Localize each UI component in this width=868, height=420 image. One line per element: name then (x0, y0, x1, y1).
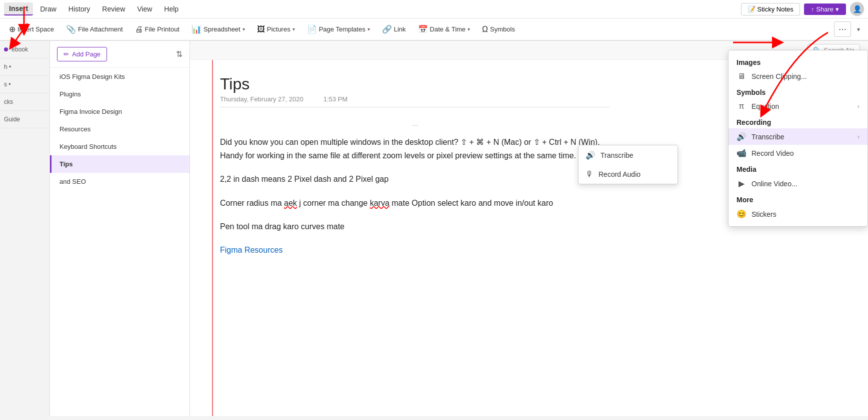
content-inner: Tips Thursday, February 27, 2020 1:53 PM… (190, 60, 640, 282)
sticky-notes-icon: 📝 (748, 5, 756, 13)
page-item-plugins[interactable]: Plugins (50, 85, 190, 103)
menu-item-draw[interactable]: Draw (35, 3, 62, 15)
spreadsheet-button[interactable]: 📊 Spreadsheet ▾ (186, 22, 250, 36)
spreadsheet-chevron-icon: ▾ (242, 26, 245, 32)
insert-space-button[interactable]: ⊕ Insert Space (4, 22, 59, 36)
note-paragraph-3: Corner radius ma aek j corner ma change … (220, 196, 610, 210)
pictures-button[interactable]: 🖼 Pictures ▾ (252, 22, 300, 36)
stickers-icon: 😊 (736, 209, 746, 219)
dropdown-transcribe[interactable]: 🔊 Transcribe › (728, 128, 868, 145)
page-item-tips[interactable]: Tips (50, 155, 190, 173)
page-item-seo[interactable]: and SEO (50, 173, 190, 190)
page-list-header: ✏ Add Page ⇅ (50, 41, 190, 68)
date-time-button[interactable]: 📅 Date & Time ▾ (413, 22, 476, 36)
note-meta: Thursday, February 27, 2020 1:53 PM (220, 95, 610, 107)
sticky-notes-label: Sticky Notes (758, 5, 794, 13)
file-printout-button[interactable]: 🖨 File Printout (130, 22, 184, 36)
symbols-button[interactable]: Ω Symbols (477, 22, 520, 36)
share-button[interactable]: ↑ Share ▾ (804, 3, 846, 15)
sidebar-notebook-label: ebook (12, 46, 28, 53)
page-item-seo-label: and SEO (60, 178, 86, 185)
file-attachment-icon: 📎 (66, 24, 76, 34)
dropdown-record-video[interactable]: 📹 Record Video (728, 145, 868, 161)
sidebar-item-h[interactable]: h • (0, 58, 50, 76)
sidebar-item-cks[interactable]: cks (0, 93, 50, 111)
dropdown-online-video[interactable]: ▶ Online Video... (728, 175, 868, 192)
insert-space-label: Insert Space (18, 25, 54, 33)
red-line-decoration (212, 60, 213, 416)
mini-popup-transcribe[interactable]: 🔊 Transcribe (578, 145, 678, 165)
sidebar-item-notebook[interactable]: ebook (0, 41, 50, 58)
add-page-button[interactable]: ✏ Add Page (57, 47, 107, 61)
dropdown-stickers[interactable]: 😊 Stickers (728, 206, 868, 222)
menu-item-help[interactable]: Help (159, 3, 184, 15)
spreadsheet-label: Spreadsheet (204, 25, 240, 33)
sidebar-cks-label: cks (4, 98, 13, 105)
figma-resources-link[interactable]: Figma Resources (220, 246, 282, 254)
equation-chevron-icon: › (858, 103, 860, 110)
link-button[interactable]: 🔗 Link (377, 22, 411, 36)
date-time-chevron-icon: ▾ (468, 26, 470, 32)
file-printout-label: File Printout (145, 25, 180, 33)
dropdown-section-media: Media (728, 161, 868, 175)
file-attachment-button[interactable]: 📎 File Attachment (61, 22, 128, 36)
page-templates-label: Page Templates (319, 25, 366, 33)
menu-item-view[interactable]: View (132, 3, 157, 15)
sidebar-s-label: s • (4, 81, 11, 88)
menu-item-review[interactable]: Review (97, 3, 130, 15)
squiggly-aek: aek (284, 199, 297, 207)
squiggly-karva: karva (370, 199, 390, 207)
dropdown-section-recording: Recording (728, 114, 868, 128)
file-attachment-label: File Attachment (78, 25, 123, 33)
page-item-resources-label: Resources (60, 125, 90, 133)
note-link[interactable]: Figma Resources (220, 243, 610, 257)
note-date: Thursday, February 27, 2020 (220, 95, 304, 103)
pictures-icon: 🖼 (257, 25, 265, 34)
menu-item-insert[interactable]: Insert (4, 2, 33, 15)
dropdown-transcribe-label: Transcribe (752, 133, 784, 141)
page-item-figma-invoice-label: Figma Invoice Design (60, 108, 122, 115)
user-avatar[interactable]: 👤 (850, 2, 864, 16)
menu-item-history[interactable]: History (64, 3, 96, 15)
transcribe-icon: 🔊 (586, 150, 596, 160)
dropdown-screen-clipping[interactable]: 🖥 Screen Clipping... (728, 68, 868, 84)
share-icon: ↑ (811, 5, 814, 13)
page-item-resources[interactable]: Resources (50, 120, 190, 138)
menu-bar: Insert Draw History Review View Help 📝 S… (0, 0, 868, 18)
dropdown-equation[interactable]: π Equation › (728, 98, 868, 114)
sort-button[interactable]: ⇅ (176, 49, 182, 59)
ribbon-more-button[interactable]: ⋯ (834, 21, 851, 37)
link-label: Link (394, 25, 406, 33)
pictures-label: Pictures (267, 25, 290, 33)
transcribe-label: Transcribe (600, 151, 634, 159)
record-video-icon: 📹 (736, 148, 746, 158)
record-audio-label: Record Audio (598, 170, 640, 178)
page-templates-button[interactable]: 📄 Page Templates ▾ (302, 22, 375, 36)
dropdown-section-images: Images (728, 54, 868, 68)
link-icon: 🔗 (382, 24, 392, 34)
mini-popup-record-audio[interactable]: 🎙 Record Audio (578, 165, 678, 184)
sidebar-item-s[interactable]: s • (0, 76, 50, 93)
page-item-ios[interactable]: iOS Figma Design Kits (50, 68, 190, 85)
ribbon: ⊕ Insert Space 📎 File Attachment 🖨 File … (0, 18, 868, 41)
dropdown-transcribe-chevron-icon: › (858, 133, 860, 140)
ribbon-expand-button[interactable]: ▾ (853, 23, 864, 35)
mini-popup: 🔊 Transcribe 🎙 Record Audio (578, 145, 678, 184)
pictures-chevron-icon: ▾ (292, 26, 295, 32)
equation-label: Equation (752, 102, 779, 110)
page-item-keyboard[interactable]: Keyboard Shortcuts (50, 138, 190, 155)
sidebar-dot (4, 47, 8, 51)
screen-clipping-icon: 🖥 (736, 72, 746, 81)
date-time-icon: 📅 (418, 24, 428, 34)
symbols-icon: Ω (482, 25, 488, 34)
right-dropdown-panel: Images 🖥 Screen Clipping... Symbols π Eq… (728, 50, 868, 227)
note-paragraph-2: 2,2 in dash means 2 Pixel dash and 2 Pix… (220, 172, 610, 186)
add-page-label: Add Page (72, 50, 100, 58)
sticky-notes-button[interactable]: 📝 Sticky Notes (741, 3, 800, 15)
record-video-label: Record Video (752, 149, 794, 157)
page-item-ios-label: iOS Figma Design Kits (60, 73, 125, 80)
file-printout-icon: 🖨 (135, 25, 143, 34)
page-item-figma-invoice[interactable]: Figma Invoice Design (50, 103, 190, 120)
sidebar-item-guide[interactable]: Guide (0, 111, 50, 128)
record-audio-icon: 🎙 (586, 170, 594, 179)
